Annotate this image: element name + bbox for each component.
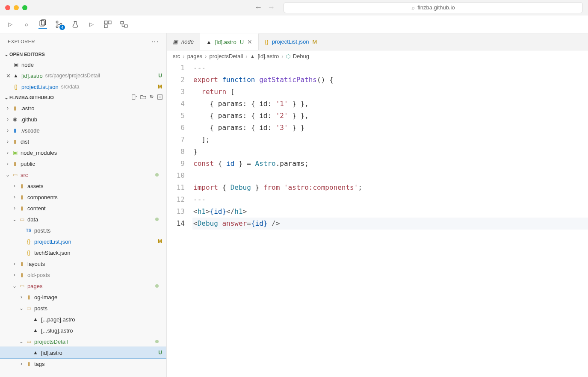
file-label: projectsDetail — [34, 339, 68, 345]
breadcrumb-item[interactable]: [id].astro — [257, 53, 279, 59]
tree-item[interactable]: {}techStack.json — [0, 247, 166, 258]
tree-item[interactable]: ▲[...slug].astro — [0, 325, 166, 336]
testing-icon[interactable] — [71, 20, 80, 29]
tree-item[interactable]: ›▮content — [0, 203, 166, 214]
run-icon[interactable]: ▷ — [6, 20, 15, 29]
collapse-button[interactable] — [157, 94, 163, 101]
remote-icon[interactable] — [120, 20, 128, 29]
tab-label: [id].astro — [215, 39, 236, 45]
window-maximize-button[interactable] — [22, 5, 27, 10]
refresh-button[interactable]: ↻ — [150, 94, 154, 101]
search-icon[interactable]: ⌕ — [22, 20, 31, 29]
tree-item[interactable]: ›▣node_modules — [0, 147, 166, 158]
open-editor-item[interactable]: ▣node — [0, 59, 166, 70]
code-line[interactable]: import { Debug } from 'astro:components'… — [192, 182, 588, 194]
breadcrumb-item[interactable]: Debug — [293, 53, 309, 59]
code-line[interactable]: --- — [192, 62, 588, 74]
file-label: src — [21, 172, 28, 178]
window-close-button[interactable] — [5, 5, 10, 10]
code-line[interactable]: return [ — [192, 86, 588, 98]
tree-item[interactable]: ›▮.astro — [0, 103, 166, 114]
tree-item[interactable]: ▲[id].astroU — [0, 347, 166, 358]
code-line[interactable]: ]; — [192, 134, 588, 146]
tree-item[interactable]: ›▮dist — [0, 136, 166, 147]
file-icon: ▣ — [11, 150, 19, 156]
breadcrumb-item[interactable]: projectsDetail — [209, 53, 243, 59]
code-line[interactable]: <h1>{id}</h1> — [192, 206, 588, 218]
breadcrumbs[interactable]: src›pages›projectsDetail›▲[id].astro›⬡De… — [167, 50, 588, 62]
close-icon[interactable]: ✕ — [247, 38, 252, 45]
file-label: .github — [21, 116, 37, 123]
chevron-right-icon: › — [4, 161, 11, 167]
new-file-button[interactable] — [131, 94, 137, 101]
tree-item[interactable]: ›◉.github — [0, 114, 166, 125]
command-center[interactable]: ⌕ flnzba.github.io — [284, 2, 583, 13]
code-line[interactable]: } — [192, 146, 588, 158]
project-section[interactable]: ⌄ FLNZBA.GITHUB.IO ↻ — [0, 92, 166, 103]
tree-item[interactable]: ⌄▭src — [0, 169, 166, 180]
tree-item[interactable]: ⌄▭projectsDetail — [0, 336, 166, 347]
file-icon: ▲ — [32, 350, 39, 356]
tab-label: node — [181, 38, 194, 45]
tab[interactable]: ▲[id].astroU✕ — [200, 33, 259, 50]
tree-item[interactable]: TSpost.ts — [0, 225, 166, 236]
tree-item[interactable]: ›▮.vscode — [0, 125, 166, 136]
code-line[interactable]: const { id } = Astro.params; — [192, 158, 588, 170]
breadcrumb-item[interactable]: src — [173, 53, 180, 59]
file-icon: ▮ — [18, 261, 26, 267]
file-label: og-image — [34, 294, 57, 300]
file-icon: ▭ — [11, 172, 19, 178]
code-line[interactable] — [192, 170, 588, 182]
code-line[interactable]: { params: { id: '3' } } — [192, 122, 588, 134]
open-editors-section[interactable]: ⌄ OPEN EDITORS — [0, 50, 166, 59]
file-icon: ▮ — [18, 205, 26, 211]
file-label: dist — [21, 138, 29, 145]
code-editor[interactable]: 1234567891011121314 ---export function g… — [167, 62, 588, 230]
tree-item[interactable]: ›▮assets — [0, 180, 166, 191]
tree-item[interactable]: ⌄▭posts — [0, 303, 166, 314]
extensions-icon[interactable] — [103, 20, 112, 29]
tab[interactable]: {}projectList.jsonM — [259, 33, 323, 50]
modified-dot-icon — [155, 284, 159, 288]
tree-item[interactable]: ▲[...page].astro — [0, 314, 166, 325]
code-line[interactable]: <Debug answer={id} /> — [192, 218, 588, 230]
file-icon: ▮ — [25, 361, 33, 367]
nav-back-button[interactable]: ← — [254, 3, 262, 12]
tree-item[interactable]: ›▮public — [0, 158, 166, 169]
code-line[interactable]: { params: { id: '2' } }, — [192, 110, 588, 122]
sidebar: EXPLORER ⋯ ⌄ OPEN EDITORS ▣node✕▲[id].as… — [0, 33, 167, 377]
tree-item[interactable]: ›▮tags — [0, 358, 166, 369]
tree-item[interactable]: ⌄▭data — [0, 214, 166, 225]
breadcrumb-item[interactable]: pages — [187, 53, 202, 59]
tab-label: projectList.json — [272, 38, 309, 45]
open-editor-item[interactable]: {}projectList.jsonsrc/dataM — [0, 81, 166, 92]
chevron-right-icon: › — [11, 183, 18, 189]
tree-item[interactable]: {}projectList.jsonM — [0, 236, 166, 247]
debug-icon[interactable]: ▷ — [87, 20, 96, 29]
chevron-down-icon: ⌄ — [18, 305, 25, 311]
code-line[interactable]: export function getStaticPaths() { — [192, 74, 588, 86]
source-control-icon[interactable]: 4 — [55, 20, 63, 29]
sidebar-more-button[interactable]: ⋯ — [151, 37, 159, 46]
line-number: 2 — [167, 74, 185, 86]
line-number: 12 — [167, 194, 185, 206]
code-line[interactable]: --- — [192, 194, 588, 206]
tab[interactable]: ▣node — [167, 33, 200, 50]
open-editor-item[interactable]: ✕▲[id].astrosrc/pages/projectsDetailU — [0, 70, 166, 81]
activity-bar: ▷ ⌕ 4 ▷ — [0, 15, 588, 33]
tree-item[interactable]: ›▮old-posts — [0, 269, 166, 280]
explorer-icon[interactable] — [38, 20, 47, 29]
tree-item[interactable]: ⌄▭pages — [0, 280, 166, 292]
tree-item[interactable]: ›▮layouts — [0, 258, 166, 269]
tree-item[interactable]: ›▮og-image — [0, 292, 166, 303]
code-lines[interactable]: ---export function getStaticPaths() { re… — [192, 62, 588, 230]
astro-icon: ▲ — [250, 53, 255, 59]
code-line[interactable]: { params: { id: '1' } }, — [192, 98, 588, 110]
tree-item[interactable]: ›▮components — [0, 191, 166, 203]
new-folder-button[interactable] — [140, 94, 146, 101]
titlebar: ← → ⌕ flnzba.github.io — [0, 0, 588, 15]
window-minimize-button[interactable] — [14, 5, 19, 10]
nav-forward-button[interactable]: → — [267, 3, 275, 12]
symbol-icon: ⬡ — [286, 53, 290, 59]
close-icon[interactable]: ✕ — [4, 73, 12, 79]
